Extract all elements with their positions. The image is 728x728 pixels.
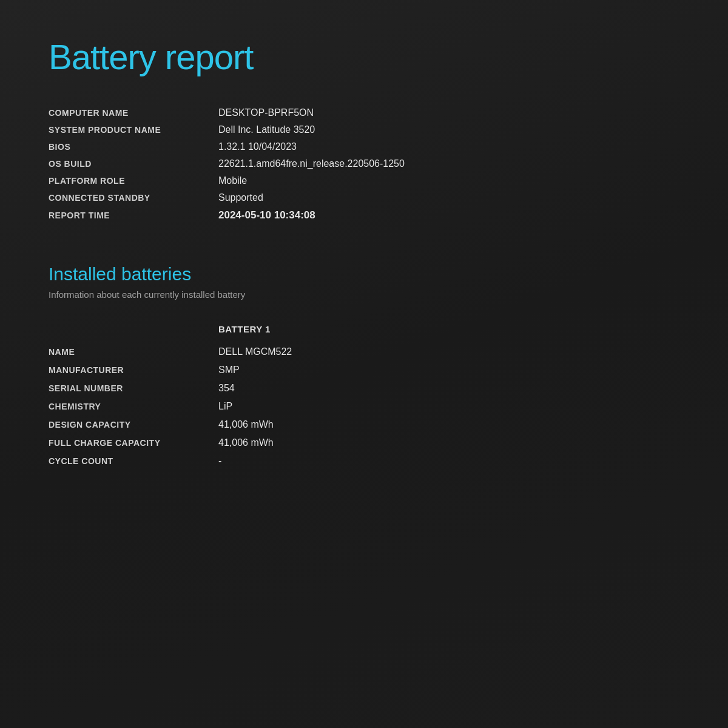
battery-data-row: CHEMISTRYLiP [49,401,679,412]
battery-field-value: - [218,456,221,467]
system-info-row: BIOS1.32.1 10/04/2023 [49,141,679,152]
battery-field-label: SERIAL NUMBER [49,383,218,393]
system-info-value: 1.32.1 10/04/2023 [218,141,297,152]
battery-field-value: LiP [218,401,232,412]
battery-table: BATTERY 1 NAMEDELL MGCM522MANUFACTURERSM… [49,324,679,467]
system-info-row: OS BUILD22621.1.amd64fre.ni_release.2205… [49,158,679,169]
battery-field-label: MANUFACTURER [49,365,218,375]
installed-batteries-title: Installed batteries [49,264,679,285]
battery-data-row: DESIGN CAPACITY41,006 mWh [49,419,679,430]
system-info-label: PLATFORM ROLE [49,176,218,186]
battery-field-label: FULL CHARGE CAPACITY [49,438,218,448]
system-info-section: COMPUTER NAMEDESKTOP-BPRF5ONSYSTEM PRODU… [49,107,679,221]
system-info-value: DESKTOP-BPRF5ON [218,107,314,118]
system-info-label: SYSTEM PRODUCT NAME [49,125,218,135]
system-info-row: CONNECTED STANDBYSupported [49,192,679,203]
battery-column-header: BATTERY 1 [218,324,271,334]
page-container: Battery report COMPUTER NAMEDESKTOP-BPRF… [0,0,728,728]
installed-batteries-subtitle: Information about each currently install… [49,289,679,300]
system-info-row: PLATFORM ROLEMobile [49,175,679,186]
system-info-row: REPORT TIME2024-05-10 10:34:08 [49,209,679,221]
battery-field-value: SMP [218,365,240,376]
system-info-value: 2024-05-10 10:34:08 [218,209,315,221]
system-info-row: COMPUTER NAMEDESKTOP-BPRF5ON [49,107,679,118]
battery-field-label: CYCLE COUNT [49,456,218,466]
battery-data-row: CYCLE COUNT- [49,456,679,467]
system-info-value: Supported [218,192,263,203]
installed-batteries-section: Installed batteries Information about ea… [49,264,679,467]
battery-field-value: DELL MGCM522 [218,346,292,357]
system-info-value: 22621.1.amd64fre.ni_release.220506-1250 [218,158,405,169]
battery-field-label: NAME [49,347,218,357]
system-info-value: Mobile [218,175,247,186]
battery-label-col-empty [49,324,218,334]
battery-field-label: DESIGN CAPACITY [49,420,218,430]
battery-field-value: 41,006 mWh [218,419,274,430]
battery-data-row: FULL CHARGE CAPACITY41,006 mWh [49,437,679,448]
system-info-label: BIOS [49,142,218,152]
system-info-value: Dell Inc. Latitude 3520 [218,124,315,135]
page-title: Battery report [49,36,679,77]
system-info-row: SYSTEM PRODUCT NAMEDell Inc. Latitude 35… [49,124,679,135]
battery-data-row: SERIAL NUMBER354 [49,383,679,394]
battery-data-row: MANUFACTURERSMP [49,365,679,376]
battery-field-value: 354 [218,383,235,394]
system-info-label: CONNECTED STANDBY [49,193,218,203]
battery-header-row: BATTERY 1 [49,324,679,334]
system-info-label: OS BUILD [49,159,218,169]
system-info-label: REPORT TIME [49,211,218,220]
battery-field-label: CHEMISTRY [49,402,218,411]
battery-field-value: 41,006 mWh [218,437,274,448]
battery-data-row: NAMEDELL MGCM522 [49,346,679,357]
system-info-label: COMPUTER NAME [49,108,218,118]
